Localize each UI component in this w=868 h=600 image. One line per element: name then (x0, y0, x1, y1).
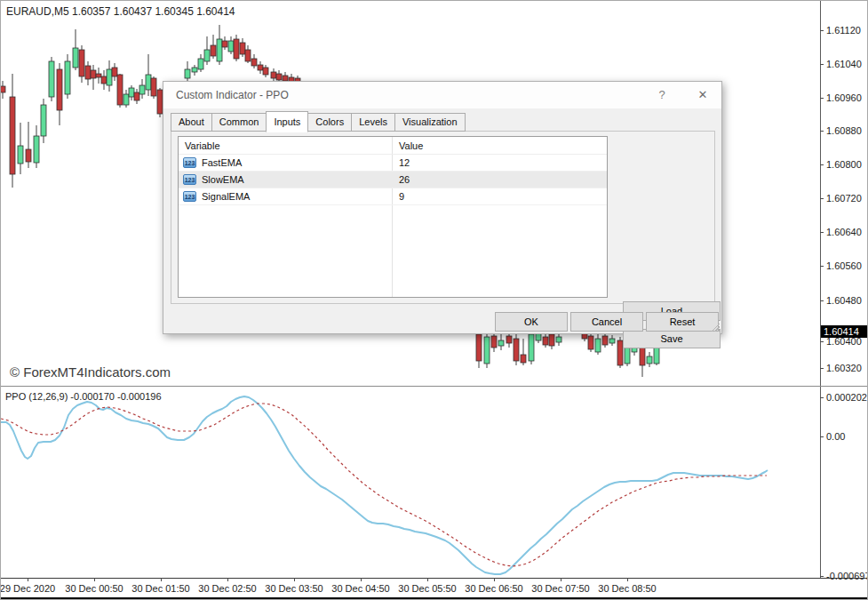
price-tick (820, 300, 824, 301)
candle-body (549, 334, 554, 346)
candle-body (640, 348, 645, 365)
price-tick-label: 1.60640 (826, 227, 862, 237)
candle-body (41, 105, 46, 136)
tab-levels[interactable]: Levels (351, 113, 395, 132)
indicator-name-label: PPO (12,26,9) -0.000170 -0.000196 (5, 391, 162, 402)
candle-body (146, 75, 151, 90)
candle-body (476, 334, 482, 361)
time-axis-line (1, 578, 868, 579)
candle-body (91, 70, 96, 78)
candle-body (151, 78, 156, 96)
price-axis-line (820, 1, 821, 578)
indicator-tick (820, 576, 824, 577)
column-header-value: Value (399, 137, 423, 155)
candle-body (498, 340, 504, 346)
candle-body (543, 337, 548, 345)
candle-body (117, 75, 123, 105)
variable-value[interactable]: 12 (399, 155, 410, 172)
tab-about[interactable]: About (171, 113, 212, 132)
help-icon[interactable]: ? (650, 86, 673, 104)
time-tick-label: 30 Dec 02:50 (198, 583, 256, 594)
indicator-tick-label: 0.000202 (826, 392, 867, 403)
time-tick (627, 578, 628, 581)
save-button[interactable]: Save (623, 329, 721, 348)
price-tick-label: 1.60960 (826, 92, 862, 103)
candle-body (647, 356, 652, 364)
candle-body (112, 68, 117, 76)
dialog-titlebar[interactable]: Custom Indicator - PPO ? ✕ (163, 82, 721, 108)
variable-value[interactable]: 9 (399, 188, 404, 205)
candle-body (263, 68, 268, 75)
candle-body (129, 88, 134, 97)
time-tick-label: 30 Dec 05:50 (398, 583, 456, 594)
symbol-ohlc-header: EURAUD,M5 1.60357 1.60437 1.60345 1.6041… (6, 5, 235, 18)
price-tick-label: 1.60720 (826, 193, 862, 204)
candle-body (57, 69, 62, 110)
panel-separator[interactable] (1, 386, 868, 387)
candle-body (1, 86, 5, 92)
time-tick-label: 30 Dec 03:50 (265, 583, 323, 594)
time-tick (28, 578, 28, 581)
candle-body (595, 339, 601, 352)
time-tick-label: 30 Dec 08:50 (598, 583, 656, 594)
indicator-tick (820, 436, 824, 437)
candle-body (588, 336, 593, 349)
time-tick (361, 578, 362, 581)
price-tick (820, 341, 824, 342)
candle-body (276, 74, 282, 80)
time-tick-label: 30 Dec 07:50 (531, 583, 589, 594)
close-icon[interactable]: ✕ (689, 86, 716, 104)
time-tick (227, 578, 228, 581)
time-tick-label: 30 Dec 01:50 (131, 583, 189, 594)
variable-value[interactable]: 26 (399, 172, 410, 188)
candle-body (602, 336, 608, 345)
candle-body (484, 337, 490, 364)
candle-body (123, 94, 129, 105)
numeric-parameter-icon: 123 (183, 191, 196, 202)
watermark-text: © ForexMT4Indicators.com (10, 364, 171, 380)
mt4-chart-window: EURAUD,M5 1.60357 1.60437 1.60345 1.6041… (0, 0, 868, 600)
tab-colors[interactable]: Colors (307, 113, 352, 132)
candle-body (192, 68, 197, 72)
candle-body (96, 74, 101, 77)
price-tick (820, 64, 824, 65)
price-tick-label: 1.60560 (826, 260, 862, 271)
inputs-table: Variable Value 123 FastEMA 12 123 SlowEM… (178, 136, 608, 298)
table-row-signalema[interactable]: 123 SignalEMA 9 (179, 188, 607, 205)
resize-grip[interactable] (710, 322, 720, 332)
tab-common[interactable]: Common (211, 113, 267, 132)
cancel-button[interactable]: Cancel (570, 312, 643, 332)
candle-body (271, 72, 276, 78)
candle-body (491, 336, 497, 348)
candle-body (217, 39, 222, 61)
price-tick (820, 368, 824, 369)
candle-body (101, 76, 107, 84)
ok-button[interactable]: OK (495, 312, 568, 332)
indicator-tick-label: -0.000697 (826, 571, 868, 581)
candle-body (521, 355, 526, 363)
tab-inputs[interactable]: Inputs (266, 111, 308, 132)
table-header-row: Variable Value (179, 137, 607, 155)
price-tick (820, 98, 824, 99)
candle-body (245, 50, 251, 61)
time-tick (294, 578, 295, 581)
candle-body (49, 61, 54, 97)
price-tick (820, 30, 824, 31)
ppo-line (1, 396, 768, 574)
table-row-slowema[interactable]: 123 SlowEMA 26 (179, 172, 607, 188)
candle-body (185, 69, 190, 78)
candle-body (240, 43, 245, 54)
price-tick (820, 198, 824, 199)
price-tick (820, 164, 824, 165)
candle-body (506, 336, 512, 343)
table-row-fastema[interactable]: 123 FastEMA 12 (179, 155, 607, 172)
tab-visualization[interactable]: Visualization (394, 113, 466, 132)
custom-indicator-dialog: Custom Indicator - PPO ? ✕ About Common … (163, 81, 722, 334)
current-price-box: 1.60414 (821, 325, 868, 338)
candle-body (10, 97, 15, 174)
price-tick (820, 266, 824, 267)
reset-button[interactable]: Reset (646, 312, 719, 332)
candle-body (85, 66, 91, 79)
price-tick (820, 131, 824, 132)
candle-body (204, 50, 210, 61)
